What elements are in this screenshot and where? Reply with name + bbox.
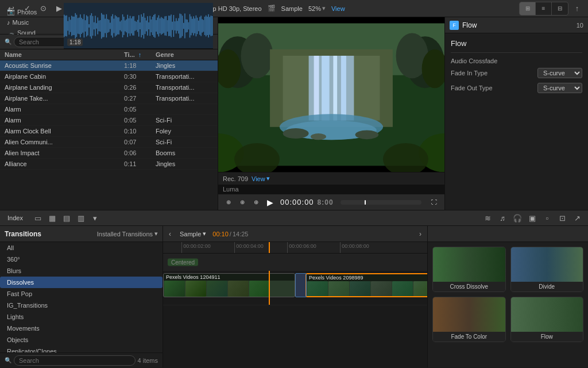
- svg-rect-55: [131, 18, 132, 33]
- svg-rect-46: [120, 21, 121, 30]
- table-row[interactable]: Alien Communi... 0:07 Sci-Fi: [0, 137, 218, 148]
- svg-rect-45: [118, 17, 119, 34]
- sidebar-item-photos[interactable]: 📷 Photos: [5, 7, 45, 17]
- play-pause-btn[interactable]: ▶: [264, 197, 276, 208]
- view-toggle-list[interactable]: ≡: [536, 2, 552, 15]
- ctrl-btn-2[interactable]: ⊕: [237, 197, 248, 208]
- svg-rect-118: [210, 17, 211, 34]
- preview-video: [218, 17, 444, 172]
- svg-rect-49: [123, 17, 125, 35]
- audio-btn-1[interactable]: ≋: [481, 212, 494, 224]
- list-view-btn[interactable]: ▤: [60, 212, 73, 224]
- svg-rect-43: [116, 16, 117, 35]
- table-row[interactable]: Alarm 0:05 Sci-Fi: [0, 115, 218, 126]
- share-button[interactable]: ↑: [571, 2, 583, 15]
- video-clip-2[interactable]: Pexels Videos 2098989: [305, 273, 427, 297]
- list-item[interactable]: Fast Pop: [0, 288, 163, 300]
- sample-dropdown[interactable]: Sample ▾: [177, 229, 209, 239]
- row-genre: [156, 106, 213, 113]
- trans-thumb-fade-color: [433, 297, 505, 332]
- table-row[interactable]: Alien Impact 0:06 Booms: [0, 148, 218, 159]
- svg-rect-47: [121, 20, 122, 32]
- rec-bar: Rec. 709 View ▾: [218, 172, 444, 185]
- sidebar-item-music[interactable]: ♪ Music: [5, 18, 45, 27]
- list-item[interactable]: Objects: [0, 334, 163, 346]
- transitions-title: Transitions: [5, 230, 41, 238]
- transitions-search-input[interactable]: [14, 355, 136, 366]
- svg-rect-36: [107, 19, 109, 33]
- index-button[interactable]: Index: [5, 213, 26, 223]
- thumb-5: [249, 281, 270, 297]
- playhead[interactable]: [269, 242, 270, 253]
- trans-label-fade-color: Fade To Color: [433, 332, 505, 342]
- transition-card-flow[interactable]: Flow: [510, 297, 584, 342]
- transition-card-divide[interactable]: Divide: [510, 247, 584, 292]
- list-item[interactable]: IG_Transitions: [0, 300, 163, 311]
- fade-out-dropdown[interactable]: S-curve Linear Ease In Ease Out: [537, 83, 582, 93]
- svg-rect-41: [114, 18, 115, 33]
- table-row[interactable]: Airplane Landing 0:26 Transportati...: [0, 82, 218, 93]
- svg-rect-98: [184, 13, 185, 38]
- trans-label-cross-dissolve: Cross Dissolve: [433, 282, 505, 292]
- table-row[interactable]: Alarm Clock Bell 0:10 Foley: [0, 126, 218, 137]
- headphone-btn[interactable]: 🎧: [511, 212, 524, 224]
- view-button-rec[interactable]: View ▾: [252, 175, 270, 182]
- cursor-btn[interactable]: ▾: [89, 212, 102, 224]
- fade-in-dropdown[interactable]: S-curve Linear Ease In Ease Out: [537, 68, 582, 78]
- list-item[interactable]: Replicator/Clones: [0, 346, 163, 352]
- row-time: 1:18: [124, 62, 156, 69]
- centered-track: Centered: [163, 254, 427, 271]
- clip-view-btn[interactable]: ▭: [32, 212, 44, 224]
- ctrl-btn-1[interactable]: ⊕: [223, 197, 234, 208]
- svg-rect-89: [173, 15, 175, 37]
- svg-rect-134: [333, 56, 337, 121]
- list-item[interactable]: Dissolves: [0, 277, 163, 288]
- zoom-control[interactable]: 52% ▾: [308, 5, 326, 12]
- view-toggle-detail[interactable]: ⊟: [552, 2, 568, 15]
- list-item[interactable]: 360°: [0, 254, 163, 265]
- grid-view-btn[interactable]: ▦: [46, 212, 59, 224]
- table-row[interactable]: Alarm 0:05: [0, 104, 218, 115]
- svg-rect-65: [144, 13, 145, 38]
- transitions-grid-panel: Cross Dissolve Divide Fade To Color Flow: [427, 226, 588, 367]
- export-btn[interactable]: ↗: [571, 212, 583, 224]
- table-row[interactable]: Airplane Cabin 0:30 Transportati...: [0, 71, 218, 82]
- video-clip-1[interactable]: Pexels Videos 1204911: [163, 273, 295, 297]
- svg-point-138: [283, 128, 309, 139]
- transition-card-fade-color[interactable]: Fade To Color: [432, 297, 506, 342]
- svg-rect-56: [132, 16, 133, 35]
- ctrl-btn-3[interactable]: ⊕: [250, 197, 262, 208]
- timeline-next-btn[interactable]: ›: [413, 226, 427, 242]
- svg-rect-53: [129, 18, 130, 33]
- progress-bar[interactable]: [341, 200, 421, 205]
- table-row[interactable]: Acoustic Sunrise 1:18 Jingles: [0, 60, 218, 71]
- fullscreen-btn[interactable]: ⛶: [428, 197, 440, 208]
- table-row[interactable]: Airplane Take... 0:27 Transportati...: [0, 93, 218, 104]
- view-toggle-grid[interactable]: ⊞: [520, 2, 536, 15]
- clip-btn-1[interactable]: ▣: [526, 212, 539, 224]
- row-genre: Foley: [156, 128, 213, 135]
- view-button-header[interactable]: View: [331, 5, 345, 12]
- svg-rect-16: [83, 19, 84, 33]
- detail-view-btn[interactable]: ▥: [75, 212, 87, 224]
- col-time-header: Ti... ↑: [124, 51, 156, 58]
- transition-indicator[interactable]: [295, 273, 307, 297]
- svg-rect-78: [160, 18, 161, 33]
- list-item[interactable]: All: [0, 242, 163, 254]
- clip-btn-2[interactable]: ▫: [541, 212, 554, 224]
- svg-rect-23: [91, 13, 92, 38]
- transition-card-cross-dissolve[interactable]: Cross Dissolve: [432, 247, 506, 292]
- clip-btn-3[interactable]: ⊡: [556, 212, 568, 224]
- svg-rect-111: [200, 16, 202, 36]
- list-item[interactable]: Lights: [0, 311, 163, 323]
- file-table-header: Name Ti... ↑ Genre: [0, 49, 218, 60]
- thumb-1: [164, 281, 185, 297]
- svg-rect-80: [162, 18, 163, 34]
- installed-transitions-btn[interactable]: Installed Transitions ▾: [97, 230, 158, 237]
- list-item[interactable]: Blurs: [0, 265, 163, 277]
- timeline-prev-btn[interactable]: ‹: [163, 226, 177, 242]
- table-row[interactable]: Alliance 0:11 Jingles: [0, 159, 218, 170]
- list-item[interactable]: Movements: [0, 323, 163, 334]
- audio-btn-2[interactable]: ♬: [496, 212, 509, 224]
- svg-rect-105: [193, 16, 194, 35]
